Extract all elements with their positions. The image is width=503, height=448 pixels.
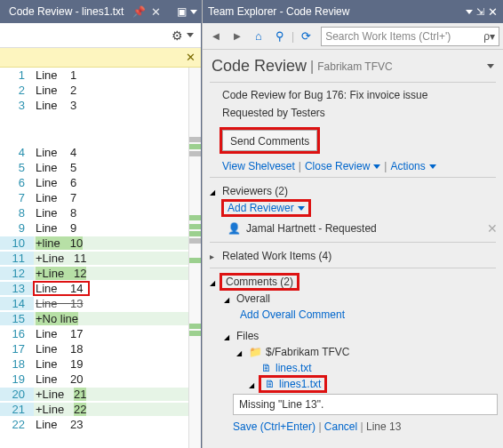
reviewer-item[interactable]: 👤 Jamal Hartnett - Requested ✕ — [203, 218, 503, 239]
code-line[interactable]: 3Line 3 — [0, 98, 201, 113]
actions-dropdown-icon[interactable] — [429, 164, 436, 169]
code-editor-pane: Code Review - lines1.txt 📌 ✕ ▣ ⚙ ✕ 1Line… — [0, 0, 202, 448]
chevron-right-icon[interactable] — [210, 250, 219, 262]
code-line[interactable]: 18Line 19 — [0, 356, 201, 372]
search-input[interactable]: Search Work Items (Ctrl+') ρ▾ — [321, 27, 499, 46]
related-items-label: Related Work Items (4) — [222, 250, 331, 262]
review-actions-row: View Shelveset | Close Review | Actions — [203, 156, 503, 174]
gear-icon[interactable]: ⚙ — [172, 28, 183, 43]
team-explorer-pane: Team Explorer - Code Review ⇲ ✕ ◄ ► ⌂ ⚲ … — [202, 0, 503, 448]
editor-tab-bar: Code Review - lines1.txt 📌 ✕ ▣ — [0, 0, 201, 23]
add-reviewer-dropdown-icon[interactable] — [298, 206, 305, 211]
code-line[interactable]: 2Line 2 — [0, 83, 201, 98]
code-toolbar: ⚙ — [0, 23, 201, 48]
code-line[interactable]: 17Line 18 — [0, 341, 201, 356]
files-node[interactable]: Files — [224, 328, 503, 344]
code-area[interactable]: 1Line 12Line 23Line 34Line 45Line 56Line… — [0, 68, 201, 448]
code-line[interactable]: 9Line 9 — [0, 220, 201, 236]
chevron-down-icon[interactable] — [210, 185, 219, 197]
file-link[interactable]: lines.txt — [275, 362, 312, 374]
comment-context: Line 13 — [366, 420, 401, 433]
related-items-section[interactable]: Related Work Items (4) — [203, 245, 503, 265]
comment-actions: Save (Ctrl+Enter) | Cancel | Line 13 — [203, 419, 503, 436]
folder-row[interactable]: 📁 $/Fabrikam TFVC — [224, 344, 503, 360]
code-line[interactable]: 1Line 1 — [0, 68, 201, 83]
files-label: Files — [236, 330, 259, 342]
search-dropdown-icon[interactable]: ρ▾ — [483, 30, 495, 43]
chevron-down-icon[interactable] — [249, 378, 258, 390]
code-line[interactable]: 22Line 23 — [0, 417, 201, 432]
folder-path: $/Fabrikam TFVC — [266, 346, 349, 358]
chevron-down-icon[interactable] — [224, 330, 233, 342]
page-heading: Code Review | Fabrikam TFVC — [203, 50, 503, 79]
cancel-comment-link[interactable]: Cancel — [324, 420, 357, 433]
team-explorer-toolbar: ◄ ► ⌂ ⚲ | ⟳ Search Work Items (Ctrl+') ρ… — [203, 23, 503, 50]
close-review-link[interactable]: Close Review — [305, 160, 370, 172]
add-overall-comment-link[interactable]: Add Overall Comment — [240, 308, 345, 321]
code-line[interactable]: 20+Line 21 — [0, 387, 201, 402]
code-line[interactable]: 10+line 10 — [0, 236, 201, 251]
review-summary-title: Code Review for Bug 176: Fix invoice iss… — [203, 85, 503, 107]
file-row[interactable]: 🗎 lines.txt — [224, 360, 503, 376]
code-line[interactable]: 7Line 7 — [0, 190, 201, 205]
chevron-down-icon[interactable] — [210, 276, 219, 288]
reviewer-name: Jamal Hartnett - Requested — [246, 222, 377, 235]
code-line[interactable]: 4Line 4 — [0, 145, 201, 160]
heading-main: Code Review — [212, 57, 307, 76]
refresh-icon[interactable]: ⟳ — [296, 27, 315, 46]
chevron-down-icon[interactable] — [224, 292, 233, 305]
file-row-expanded[interactable]: 🗎 lines1.txt — [224, 376, 503, 392]
solution-icon[interactable]: ▣ — [177, 5, 187, 18]
reviewers-section[interactable]: Reviewers (2) — [203, 180, 503, 200]
comment-text: Missing "Line 13". — [239, 398, 323, 411]
pin-pane-icon[interactable]: ⇲ — [476, 6, 484, 18]
forward-icon[interactable]: ► — [228, 27, 247, 46]
remove-reviewer-icon[interactable]: ✕ — [487, 221, 503, 236]
comments-section[interactable]: Comments (2) — [203, 271, 503, 291]
toolbar-dropdown-icon[interactable] — [187, 33, 194, 37]
close-notification-icon[interactable]: ✕ — [186, 51, 196, 64]
close-review-dropdown-icon[interactable] — [373, 164, 380, 169]
overview-ruler[interactable] — [188, 68, 201, 448]
folder-icon: 📁 — [249, 346, 262, 358]
notification-bar: ✕ — [0, 48, 201, 68]
file-icon: 🗎 — [265, 378, 275, 390]
add-reviewer-link[interactable]: Add Reviewer — [224, 202, 308, 214]
actions-link[interactable]: Actions — [390, 160, 425, 172]
code-line[interactable]: 6Line 6 — [0, 175, 201, 190]
comment-input[interactable]: Missing "Line 13". — [233, 394, 498, 415]
code-line[interactable]: 16Line 17 — [0, 326, 201, 341]
team-explorer-title-bar: Team Explorer - Code Review ⇲ ✕ — [203, 0, 503, 23]
code-line[interactable]: 11+Line 11 — [0, 251, 201, 266]
view-shelveset-link[interactable]: View Shelveset — [222, 160, 295, 172]
close-pane-icon[interactable]: ✕ — [488, 5, 498, 19]
close-tab-icon[interactable]: ✕ — [151, 5, 161, 19]
code-line[interactable]: 21+Line 22 — [0, 402, 201, 417]
code-line[interactable]: 19Line 20 — [0, 372, 201, 387]
requested-by: Requested by Testers — [203, 107, 503, 124]
heading-project: Fabrikam TFVC — [317, 60, 392, 73]
save-comment-link[interactable]: Save (Ctrl+Enter) — [233, 420, 315, 433]
heading-dropdown-icon[interactable] — [487, 64, 494, 68]
back-icon[interactable]: ◄ — [206, 27, 226, 46]
file-link-active[interactable]: lines1.txt — [279, 378, 321, 390]
reviewers-label: Reviewers (2) — [222, 185, 288, 197]
overall-node[interactable]: Overall — [224, 291, 503, 307]
team-explorer-title: Team Explorer - Code Review — [208, 5, 462, 18]
code-line[interactable]: 15+No line — [0, 311, 201, 326]
connect-icon[interactable]: ⚲ — [270, 27, 290, 46]
editor-tab-title[interactable]: Code Review - lines1.txt — [4, 5, 129, 18]
chevron-down-icon[interactable] — [236, 346, 245, 358]
send-comments-button[interactable]: Send Comments — [222, 130, 317, 151]
code-line[interactable]: 8Line 8 — [0, 205, 201, 220]
pin-icon[interactable]: 📌 — [132, 5, 146, 18]
home-icon[interactable]: ⌂ — [249, 27, 268, 46]
pane-menu-icon[interactable] — [466, 10, 473, 14]
tab-menu-dropdown-icon[interactable] — [190, 10, 197, 14]
overall-label: Overall — [236, 292, 270, 305]
code-line[interactable]: 5Line 5 — [0, 160, 201, 175]
code-line[interactable]: 13Line 14 — [0, 281, 201, 296]
search-placeholder: Search Work Items (Ctrl+') — [325, 30, 483, 43]
code-line[interactable]: 14Line 13 — [0, 296, 201, 311]
code-line[interactable]: 12+Line 12 — [0, 266, 201, 281]
